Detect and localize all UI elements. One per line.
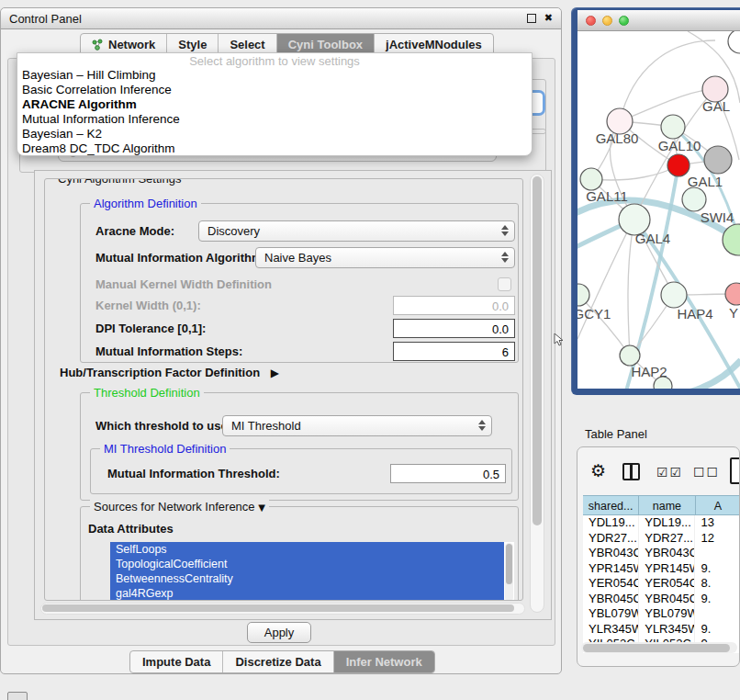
table-cell: 8. [695, 576, 740, 592]
bottom-tab-infer-network[interactable]: Infer Network [333, 651, 434, 672]
network-node-gal1[interactable] [667, 154, 690, 176]
bottom-tab-discretize-data[interactable]: Discretize Data [222, 651, 332, 672]
threshold-definition-group: Threshold Definition Which threshold to … [80, 392, 519, 501]
table-cell [695, 606, 740, 622]
network-node-gcy1[interactable] [577, 284, 589, 306]
sources-title[interactable]: Sources for Network Inference ▼ [90, 500, 269, 514]
network-node-hap4[interactable] [661, 282, 687, 308]
table-row[interactable]: YBR043CYBR043C [583, 546, 740, 561]
table-row[interactable]: YLR345WYLR345W9. [583, 622, 740, 638]
mi-steps-field[interactable]: 6 [393, 342, 515, 361]
network-node[interactable] [704, 146, 732, 174]
attribute-item-selfloops[interactable]: SelfLoops [110, 542, 504, 557]
select-all-checked-icon[interactable]: ☑☑ [656, 465, 683, 480]
aracne-mode-combobox[interactable]: Discovery [198, 220, 515, 242]
table-panel: ⚙ ☑☑ ☐☐ shared...nameA YDL19...YDL19...1… [577, 446, 740, 667]
dpi-tolerance-field[interactable]: 0.0 [393, 319, 515, 338]
scrollbar-thumb[interactable] [583, 644, 730, 652]
algorithm-option-bayesian-k2[interactable]: Bayesian – K2 [17, 127, 532, 141]
table-cell: 13 [695, 515, 740, 531]
table-row[interactable]: YBR045CYBR045C9. [583, 592, 740, 607]
which-threshold-label: Which threshold to use: [95, 415, 217, 436]
table-row[interactable]: YDL19...YDL19...13 [583, 515, 740, 531]
network-node-y[interactable] [725, 283, 740, 305]
node-label-gal11: GAL11 [586, 188, 628, 204]
column-header-shared[interactable]: shared... [583, 495, 639, 515]
bottom-tab-impute-data[interactable]: Impute Data [130, 651, 222, 672]
close-traffic-light-icon[interactable] [586, 16, 596, 26]
minimize-traffic-light-icon[interactable] [602, 16, 612, 26]
float-window-icon[interactable] [527, 14, 536, 23]
aracne-mode-row: Aracne Mode: Discovery [81, 220, 518, 242]
stepper-icon [478, 420, 486, 431]
network-edge[interactable] [578, 295, 630, 356]
column-header-name[interactable]: name [639, 495, 695, 515]
tab-label: Select [230, 38, 264, 51]
network-window-titlebar[interactable] [577, 10, 740, 31]
algorithm-option-aracne-algorithm[interactable]: ARACNE Algorithm [17, 97, 532, 112]
algorithm-option-dream8-dc-tdc-algorithm[interactable]: Dream8 DC_TDC Algorithm [17, 141, 532, 156]
table-cell: YPR145W [583, 561, 639, 577]
settings-gear-icon[interactable]: ⚙ [590, 460, 606, 480]
column-header-a[interactable]: A [696, 495, 740, 515]
scrollbar-thumb[interactable] [533, 176, 542, 525]
table-row[interactable]: YPR145WYPR145W9. [583, 561, 740, 577]
table-row[interactable]: YDR27...YDR27...12 [583, 531, 740, 547]
bottom-tab-bar: Impute DataDiscretize DataInfer Network [129, 650, 435, 673]
node-label-gcy1: GCY1 [577, 306, 611, 322]
algorithm-options: Bayesian – Hill ClimbingBasic Correlatio… [17, 68, 532, 156]
network-node-hap2[interactable] [620, 345, 640, 366]
network-edge[interactable] [591, 165, 678, 180]
network-node-gal11[interactable] [580, 168, 602, 190]
document-icon[interactable] [730, 457, 740, 484]
table-row[interactable]: YBL079WYBL079W [583, 606, 740, 622]
select-none-unchecked-icon[interactable]: ☐☐ [693, 465, 720, 480]
manual-kernel-checkbox[interactable] [498, 277, 511, 291]
algorithm-option-basic-correlation-inference[interactable]: Basic Correlation Inference [17, 83, 532, 97]
data-attributes-list[interactable]: SelfLoopsTopologicalCoefficientBetweenne… [110, 542, 514, 601]
table-horizontal-scrollbar[interactable] [581, 642, 737, 653]
control-panel-titlebar[interactable]: Control Panel ✖ [1, 8, 561, 29]
mi-type-row: Mutual Information Algorithm Type: Naive… [81, 247, 518, 268]
scrollbar-thumb[interactable] [42, 604, 514, 612]
attribute-item-gal4rgexp[interactable]: gal4RGexp [110, 586, 504, 601]
mi-type-combobox[interactable]: Naive Bayes [255, 247, 515, 268]
table-body: YDL19...YDL19...13YDR27...YDR27...12YBR0… [583, 515, 740, 652]
tab-label: jActiveMNodules [386, 38, 482, 51]
network-node-gal10[interactable] [661, 115, 685, 139]
network-edge[interactable] [628, 220, 634, 356]
close-icon[interactable]: ✖ [544, 14, 553, 23]
hub-tf-definition-expander[interactable]: Hub/Transcription Factor Definition ▶ [60, 366, 279, 379]
table-cell: YDR27... [639, 531, 695, 547]
table-cell: YER054C [639, 576, 695, 592]
minimized-panel-icon[interactable] [7, 692, 28, 700]
network-node[interactable] [728, 31, 740, 53]
settings-horizontal-scrollbar[interactable] [40, 603, 525, 615]
network-node-swi4[interactable] [682, 187, 706, 211]
scrollbar-thumb[interactable] [506, 544, 512, 584]
algorithm-option-mutual-information-inference[interactable]: Mutual Information Inference [17, 112, 532, 127]
attributes-list-scrollbar[interactable] [505, 543, 513, 601]
zoom-traffic-light-icon[interactable] [619, 16, 629, 26]
node-label-gal: GAL [702, 98, 730, 114]
node-label-gal10: GAL10 [658, 138, 701, 153]
which-threshold-row: Which threshold to use: MI Threshold [81, 415, 518, 436]
algorithm-option-bayesian-hill-climbing[interactable]: Bayesian – Hill Climbing [17, 68, 532, 83]
aracne-mode-label: Aracne Mode: [95, 220, 174, 242]
attribute-item-betweennesscentrality[interactable]: BetweennessCentrality [110, 571, 504, 586]
network-edge[interactable] [620, 40, 715, 121]
attribute-item-topologicalcoefficient[interactable]: TopologicalCoefficient [110, 557, 504, 571]
network-view-window: GALGAL80GAL10GAL1GAL11SWI4GAL4GCY1HAP4YH… [571, 7, 740, 395]
dpi-tolerance-label: DPI Tolerance [0,1]: [95, 318, 206, 339]
network-canvas[interactable]: GALGAL80GAL10GAL1GAL11SWI4GAL4GCY1HAP4YH… [577, 31, 740, 389]
manual-kernel-label: Manual Kernel Width Definition [95, 274, 272, 295]
kernel-width-field[interactable]: 0.0 [393, 296, 515, 315]
mi-threshold-label: Mutual Information Threshold: [107, 463, 280, 484]
apply-button[interactable]: Apply [247, 622, 311, 643]
settings-vertical-scrollbar[interactable] [530, 174, 544, 613]
which-threshold-combobox[interactable]: MI Threshold [222, 415, 492, 436]
split-columns-icon[interactable] [622, 463, 640, 480]
data-attributes-label: Data Attributes [88, 522, 174, 536]
table-row[interactable]: YER054CYER054C8. [583, 576, 740, 592]
mi-threshold-field[interactable]: 0.5 [390, 464, 506, 483]
